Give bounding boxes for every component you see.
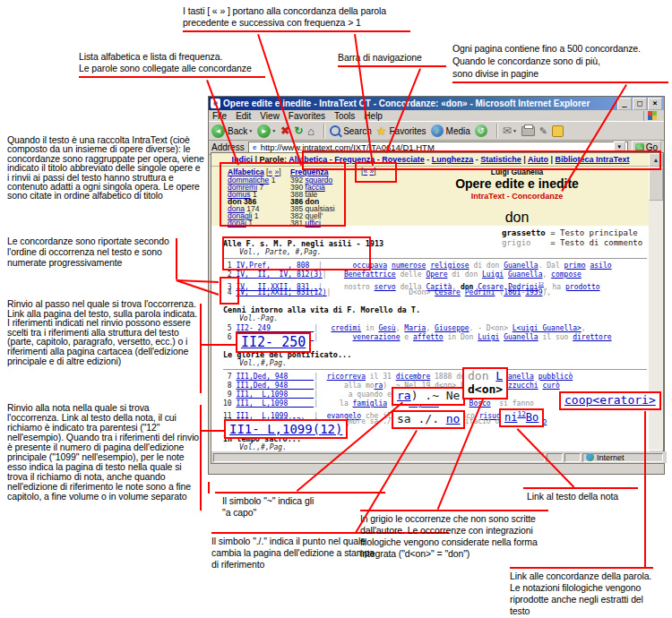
- minimize-button[interactable]: _: [617, 98, 632, 110]
- column-separator: |: [327, 288, 336, 296]
- text-link[interactable]: Guanella: [504, 262, 538, 270]
- text-link[interactable]: Aiuto: [528, 155, 548, 164]
- scroll-up-icon[interactable]: ▲: [649, 153, 663, 167]
- annotation-grigio: In grigio le occorrenze che non sono scr…: [360, 510, 548, 560]
- home-button[interactable]: ⌂: [307, 124, 314, 138]
- menu-tools[interactable]: Tools: [334, 111, 355, 121]
- text-link[interactable]: Luigi: [482, 270, 504, 279]
- text-link[interactable]: 1861: [504, 288, 521, 296]
- text-link[interactable]: II2- 250: [241, 334, 306, 350]
- close-button[interactable]: ×: [648, 98, 662, 110]
- text-link[interactable]: primo: [564, 262, 586, 270]
- media-button[interactable]: ♪Media: [431, 124, 470, 137]
- text-link[interactable]: Giuseppe: [435, 324, 470, 332]
- passage-ref-link[interactable]: IV, II, IV, 812(3): [236, 270, 322, 279]
- mail-button[interactable]: ✉▼: [503, 124, 517, 137]
- maximize-button[interactable]: □: [633, 98, 647, 110]
- ie-page-icon: e: [251, 143, 259, 151]
- title-bar[interactable]: e Opere edite e inedite - IntraText CT -…: [209, 97, 664, 110]
- menu-favorites[interactable]: Favorites: [289, 111, 325, 121]
- text-link[interactable]: Lunghezza: [432, 155, 474, 164]
- text-link[interactable]: L<uigi Guanella>: [513, 324, 582, 332]
- vertical-scrollbar[interactable]: ▲ ▼: [649, 153, 663, 463]
- forward-dropdown-icon[interactable]: ▼: [271, 128, 276, 133]
- passage-ref-link[interactable]: II1,Ded, 948: [236, 373, 314, 381]
- text-link[interactable]: ricorreva: [327, 373, 366, 381]
- text-link[interactable]: Frequenza: [334, 155, 375, 164]
- mail-dropdown-icon[interactable]: ▼: [513, 128, 517, 133]
- refresh-button[interactable]: ↻: [294, 124, 303, 137]
- text-link[interactable]: no: [446, 412, 461, 425]
- back-button[interactable]: ◄Back▼: [211, 124, 253, 138]
- text-link[interactable]: Bo: [526, 411, 538, 424]
- frequency-prev-next-buttons[interactable]: [« »]: [361, 167, 376, 175]
- favorites-star-icon: ★: [376, 124, 387, 138]
- print-button[interactable]: [521, 126, 535, 136]
- passage-ref-link[interactable]: II1,Ded, 948: [236, 382, 314, 390]
- text-link[interactable]: compose: [551, 270, 582, 279]
- passage-ref-link[interactable]: II2- 249: [236, 324, 314, 332]
- menu-view[interactable]: View: [260, 111, 280, 121]
- annotation-line: [644, 411, 646, 568]
- frequency-list-items: 392 sguardo390 faccia388 tale386 don385 …: [290, 176, 335, 227]
- text-link[interactable]: venerazione: [353, 333, 401, 341]
- passage-ref-link[interactable]: II1, L,1098: [236, 399, 314, 408]
- text-link[interactable]: 12: [517, 410, 525, 418]
- text-link[interactable]: ra: [375, 382, 383, 390]
- toolbar: ◄Back▼ ►▼ ✖ ↻ ⌂ Search ★Favorites ♪Media…: [209, 122, 664, 141]
- forward-button[interactable]: ►▼: [257, 124, 276, 138]
- text-link[interactable]: affetto: [413, 333, 444, 341]
- search-button[interactable]: Search: [330, 125, 372, 136]
- text-link[interactable]: dicembre: [396, 373, 431, 381]
- text-link[interactable]: Statistiche: [480, 155, 521, 164]
- text-link[interactable]: Pedrini: [465, 288, 495, 296]
- text-link[interactable]: religiose: [430, 262, 469, 270]
- status-bar: Internet: [211, 451, 667, 463]
- edit-button[interactable]: ✎: [539, 125, 547, 137]
- text-link[interactable]: L: [495, 369, 503, 382]
- scrollbar-thumb[interactable]: [649, 167, 663, 201]
- text-link[interactable]: credimi: [331, 324, 361, 332]
- text-link[interactable]: ni: [504, 411, 517, 424]
- passage-ref-link[interactable]: IV,Pref, , 808: [236, 262, 318, 270]
- text-link[interactable]: Biblioteca IntraText: [556, 155, 630, 164]
- text-link[interactable]: Luigi: [478, 333, 499, 341]
- text-link[interactable]: pubblicò: [538, 373, 573, 381]
- text-link[interactable]: Opere: [426, 270, 447, 279]
- text-link[interactable]: coop<eratori>: [564, 393, 656, 407]
- favorites-button[interactable]: ★Favorites: [376, 124, 426, 138]
- text-link[interactable]: curò: [542, 382, 559, 390]
- text-fragment: |: [253, 155, 260, 164]
- back-dropdown-icon[interactable]: ▼: [248, 128, 253, 133]
- text-link[interactable]: Gesù: [378, 324, 395, 332]
- text-fragment: ,: [426, 324, 435, 332]
- text-link[interactable]: occupava: [353, 262, 388, 270]
- back-label: Back: [228, 126, 247, 136]
- text-link[interactable]: Guanella: [504, 333, 538, 341]
- forward-icon: ►: [257, 124, 271, 138]
- text-link[interactable]: uffici: [306, 219, 321, 227]
- text-link[interactable]: Rovesciate: [382, 155, 425, 164]
- text-link[interactable]: Maria: [404, 324, 426, 332]
- text-link[interactable]: famiglia: [353, 399, 388, 408]
- text-link[interactable]: Benefattrice: [344, 270, 396, 279]
- text-link[interactable]: Alfabetica: [289, 155, 327, 164]
- text-link[interactable]: ra: [397, 389, 411, 402]
- text-link[interactable]: Guanella: [508, 270, 543, 279]
- menu-edit[interactable]: Edit: [236, 111, 251, 121]
- messenger-button[interactable]: [552, 125, 564, 137]
- text-fragment: ),: [542, 288, 551, 296]
- section-title: Alle F. s. M. P. negli asili - 1913: [223, 239, 647, 248]
- text-link[interactable]: prodotto: [565, 283, 600, 291]
- history-button[interactable]: ↺: [475, 124, 487, 137]
- passage-ref-link[interactable]: IV, II,XXII, 831(12): [236, 288, 326, 296]
- text-fragment: [323, 333, 353, 341]
- text-link[interactable]: donai: [228, 219, 246, 227]
- passage-ref-link[interactable]: II1, L,1098: [236, 391, 314, 399]
- text-link[interactable]: direttore: [573, 333, 611, 341]
- text-link[interactable]: II1- L,1099(12): [229, 422, 342, 436]
- text-link[interactable]: asilo: [590, 262, 611, 270]
- text-link[interactable]: Cesare: [435, 288, 461, 296]
- text-link[interactable]: 1939: [525, 288, 542, 296]
- text-link[interactable]: numerose: [392, 262, 426, 270]
